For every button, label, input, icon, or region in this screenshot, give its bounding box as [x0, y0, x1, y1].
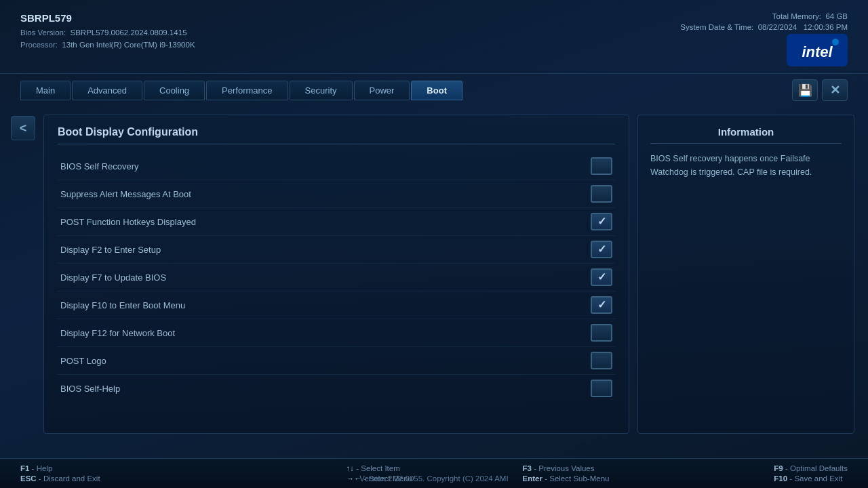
footer-arrows: ↑↓ - Select Item	[347, 464, 412, 472]
config-title: Boot Display Configuration	[58, 126, 615, 144]
model-name: SBRPL579	[20, 12, 195, 24]
bios-self-recovery-checkbox[interactable]	[591, 157, 612, 175]
bios-label: Bios Version:	[20, 28, 66, 37]
post-logo-label: POST Logo	[60, 356, 106, 366]
info-text: BIOS Self recovery happens once Failsafe…	[650, 152, 842, 179]
row-bios-self-recovery: BIOS Self Recovery	[58, 152, 615, 180]
footer-col-4: F9 - Optimal Defaults F10 - Save and Exi…	[774, 464, 848, 483]
save-icon: 💾	[798, 83, 812, 98]
close-button[interactable]: ✕	[822, 79, 848, 101]
datetime-row: System Date & Time: 08/22/2024 12:00:36 …	[680, 23, 848, 31]
display-f2-label: Display F2 to Enter Setup	[60, 245, 161, 255]
footer-f1: F1 - Help	[20, 464, 100, 472]
tab-advanced[interactable]: Advanced	[72, 81, 142, 100]
close-icon: ✕	[830, 83, 840, 98]
memory-label: Total Memory:	[772, 12, 821, 20]
row-post-logo: POST Logo	[58, 347, 615, 375]
footer-f9: F9 - Optimal Defaults	[774, 464, 848, 472]
row-display-f12: Display F12 for Network Boot	[58, 319, 615, 347]
footer: F1 - Help ESC - Discard and Exit ↑↓ - Se…	[0, 458, 868, 488]
info-panel: Information BIOS Self recovery happens o…	[637, 115, 854, 434]
row-post-hotkeys: POST Function Hotkeys Displayed ✓	[58, 208, 615, 236]
tab-power[interactable]: Power	[354, 81, 410, 100]
datetime-label: System Date & Time:	[680, 23, 753, 31]
processor-label: Processor:	[20, 41, 58, 49]
footer-f10: F10 - Save and Exit	[774, 474, 848, 483]
display-f12-checkbox[interactable]	[591, 324, 612, 342]
save-button[interactable]: 💾	[792, 79, 818, 101]
post-hotkeys-checkbox[interactable]: ✓	[591, 213, 612, 230]
tab-cooling[interactable]: Cooling	[144, 81, 205, 100]
bios-self-help-checkbox[interactable]	[591, 380, 612, 397]
footer-col-3: F3 - Previous Values Enter - Select Sub-…	[523, 464, 610, 483]
display-f10-check-mark: ✓	[597, 300, 606, 310]
tab-security[interactable]: Security	[290, 81, 353, 100]
nav-tabs: Main Advanced Cooling Performance Securi…	[20, 81, 462, 100]
config-panel: Boot Display Configuration BIOS Self Rec…	[43, 115, 629, 434]
memory-value: 64 GB	[825, 12, 848, 20]
post-hotkeys-label: POST Function Hotkeys Displayed	[60, 217, 196, 227]
post-hotkeys-check-mark: ✓	[597, 216, 606, 227]
row-display-f7: Display F7 to Update BIOS ✓	[58, 264, 615, 291]
display-f7-label: Display F7 to Update BIOS	[60, 272, 166, 283]
info-title: Information	[650, 126, 842, 144]
memory-row: Total Memory: 64 GB	[772, 12, 848, 20]
row-display-f10: Display F10 to Enter Boot Menu ✓	[58, 291, 615, 319]
tab-main[interactable]: Main	[20, 81, 71, 100]
display-f12-label: Display F12 for Network Boot	[60, 328, 175, 338]
header-left: SBRPL579 Bios Version: SBRPL579.0062.202…	[20, 12, 195, 52]
footer-f3: F3 - Previous Values	[523, 464, 610, 472]
footer-version: Version 2.22.0055. Copyright (C) 2024 AM…	[359, 474, 508, 483]
row-display-f2: Display F2 to Enter Setup ✓	[58, 236, 615, 264]
header: SBRPL579 Bios Version: SBRPL579.0062.202…	[0, 0, 868, 74]
display-f7-check-mark: ✓	[597, 272, 606, 283]
footer-col-1: F1 - Help ESC - Discard and Exit	[20, 464, 100, 483]
date-value: 08/22/2024	[758, 23, 797, 31]
intel-logo-svg: intel	[787, 34, 848, 66]
time-value: 12:00:36 PM	[804, 23, 848, 31]
tab-boot[interactable]: Boot	[411, 81, 462, 100]
back-icon: <	[20, 121, 27, 136]
header-right: Total Memory: 64 GB System Date & Time: …	[680, 12, 848, 66]
display-f10-label: Display F10 to Enter Boot Menu	[60, 300, 185, 310]
footer-esc: ESC - Discard and Exit	[20, 474, 100, 483]
bios-version-row: Bios Version: SBRPL579.0062.2024.0809.14…	[20, 26, 195, 39]
display-f2-checkbox[interactable]: ✓	[591, 241, 612, 258]
display-f10-checkbox[interactable]: ✓	[591, 296, 612, 314]
nav-bar: Main Advanced Cooling Performance Securi…	[0, 74, 868, 106]
bios-self-help-label: BIOS Self-Help	[60, 384, 120, 394]
suppress-alert-checkbox[interactable]	[591, 185, 612, 203]
row-bios-self-help: BIOS Self-Help	[58, 375, 615, 402]
processor-value: 13th Gen Intel(R) Core(TM) i9-13900K	[62, 41, 195, 49]
footer-enter: Enter - Select Sub-Menu	[523, 474, 610, 483]
display-f2-check-mark: ✓	[597, 244, 606, 255]
main-content: < Boot Display Configuration BIOS Self R…	[0, 106, 868, 442]
post-logo-checkbox[interactable]	[591, 352, 612, 369]
bios-value: SBRPL579.0062.2024.0809.1415	[71, 28, 187, 37]
row-suppress-alert: Suppress Alert Messages At Boot	[58, 180, 615, 208]
tab-performance[interactable]: Performance	[206, 81, 288, 100]
suppress-alert-label: Suppress Alert Messages At Boot	[60, 189, 191, 199]
back-button[interactable]: <	[11, 116, 35, 140]
svg-text:intel: intel	[802, 43, 833, 60]
display-f7-checkbox[interactable]: ✓	[591, 268, 612, 286]
bios-self-recovery-label: BIOS Self Recovery	[60, 161, 139, 171]
intel-logo: intel	[787, 34, 848, 66]
processor-row: Processor: 13th Gen Intel(R) Core(TM) i9…	[20, 39, 195, 51]
nav-actions: 💾 ✕	[792, 79, 848, 101]
svg-point-2	[832, 39, 839, 45]
